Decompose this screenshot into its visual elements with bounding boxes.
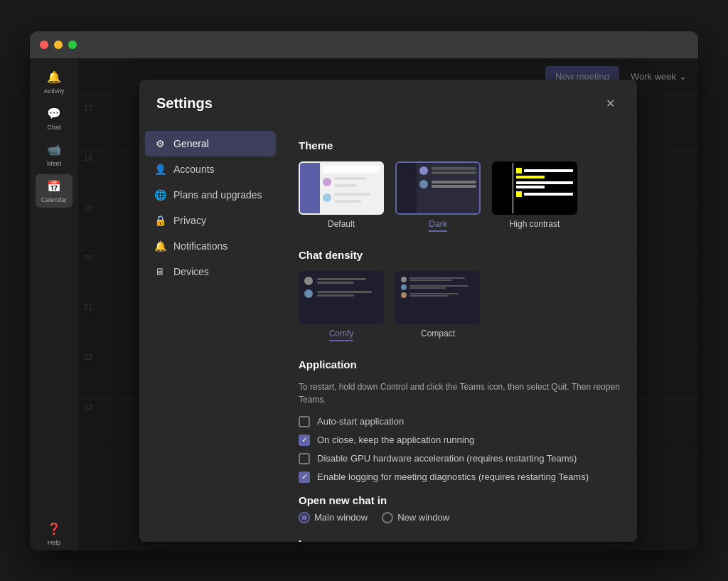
checkbox-label-autostart: Auto-start application <box>317 416 404 427</box>
hc-line-yellow <box>516 176 545 178</box>
checkbox-label-logging: Enable logging for meeting diagnostics (… <box>317 471 589 482</box>
meet-icon: 📹 <box>46 142 62 158</box>
maximize-window-dot[interactable] <box>68 41 77 49</box>
dialog-body: ⚙ General 👤 Accounts 🌐 Plans and upgrade… <box>139 125 637 542</box>
theme-line <box>334 184 357 187</box>
minimize-window-dot[interactable] <box>54 41 63 49</box>
settings-nav-accounts[interactable]: 👤 Accounts <box>145 156 276 182</box>
dialog-header: Settings ✕ <box>139 80 637 125</box>
compact-line <box>410 295 449 297</box>
settings-content: Theme <box>282 125 637 542</box>
open-chat-title: Open new chat in <box>299 494 620 506</box>
hc-line <box>524 169 573 172</box>
hc-icon-sq2 <box>516 191 522 197</box>
compact-line <box>410 285 469 287</box>
radio-row: Main window New window <box>299 512 620 523</box>
settings-nav-devices-label: Devices <box>173 266 209 277</box>
close-dialog-button[interactable]: ✕ <box>600 94 620 114</box>
radio-main-window[interactable]: Main window <box>299 512 368 523</box>
theme-preview-dark <box>395 161 481 215</box>
theme-option-dark[interactable]: Dark <box>395 161 481 232</box>
density-option-comfy[interactable]: Comfy <box>299 271 384 341</box>
settings-nav-general-label: General <box>173 138 209 149</box>
settings-nav-privacy-label: Privacy <box>173 215 206 226</box>
app-content: 🔔 Activity 💬 Chat 📹 Meet 📅 Calendar ❓ He… <box>30 58 698 550</box>
radio-label-main: Main window <box>314 512 368 523</box>
sidebar-label-activity: Activity <box>44 87 65 95</box>
sidebar-item-chat[interactable]: 💬 Chat <box>36 102 73 135</box>
settings-nav-privacy[interactable]: 🔒 Privacy <box>145 208 276 233</box>
theme-avatar-area <box>323 176 380 188</box>
application-section-title: Application <box>299 358 620 371</box>
settings-nav-plans[interactable]: 🌐 Plans and upgrades <box>145 182 276 208</box>
theme-option-hc[interactable]: High contrast <box>492 161 577 232</box>
main-area: New meeting Work week ⌄ 17 18 19 20 21 2… <box>78 58 698 550</box>
theme-preview-hc <box>492 161 577 215</box>
dialog-overlay: Settings ✕ ⚙ General 👤 <box>78 58 698 550</box>
calendar-icon: 📅 <box>46 178 62 194</box>
settings-title: Settings <box>156 95 213 112</box>
checkbox-autostart[interactable] <box>299 416 310 427</box>
checkbox-row-logging: Enable logging for meeting diagnostics (… <box>299 471 620 483</box>
hc-line3 <box>516 186 545 188</box>
settings-dialog: Settings ✕ ⚙ General 👤 <box>139 80 637 542</box>
theme-avatar-area2 <box>323 191 380 204</box>
mac-window: 🔔 Activity 💬 Chat 📹 Meet 📅 Calendar ❓ He… <box>30 31 698 550</box>
checkbox-logging[interactable] <box>299 471 310 483</box>
density-line <box>317 294 354 297</box>
compact-line <box>410 279 452 281</box>
settings-nav-devices[interactable]: 🖥 Devices <box>145 259 276 284</box>
settings-nav: ⚙ General 👤 Accounts 🌐 Plans and upgrade… <box>139 125 282 542</box>
sidebar-item-meet[interactable]: 📹 Meet <box>36 138 73 171</box>
dark-line <box>432 171 476 174</box>
sidebar-item-calendar[interactable]: 📅 Calendar <box>36 174 73 208</box>
theme-line <box>334 177 366 180</box>
theme-preview-default <box>299 161 384 215</box>
settings-nav-general[interactable]: ⚙ General <box>145 131 276 156</box>
radio-btn-new[interactable] <box>382 512 393 523</box>
compact-line <box>410 277 465 279</box>
radio-new-window[interactable]: New window <box>382 512 449 523</box>
theme-grid: Default <box>299 161 620 232</box>
notifications-icon: 🔔 <box>154 240 166 252</box>
theme-line <box>334 200 361 203</box>
radio-btn-main[interactable] <box>299 512 310 523</box>
help-icon: ❓ <box>46 521 62 537</box>
general-icon: ⚙ <box>154 137 166 150</box>
window-controls <box>40 41 77 49</box>
density-row2 <box>304 289 378 298</box>
hc-icon-sq <box>516 168 522 174</box>
open-new-chat-section: Open new chat in Main window New window <box>299 494 620 523</box>
density-line <box>317 291 372 293</box>
sidebar-item-help[interactable]: ❓ Help <box>36 517 73 550</box>
density-lines2 <box>317 291 378 297</box>
hc-content <box>513 163 576 213</box>
theme-label-dark: Dark <box>429 219 446 232</box>
density-preview-comfy <box>299 271 384 324</box>
density-grid: Comfy <box>299 271 620 341</box>
sidebar-label-meet: Meet <box>47 160 61 167</box>
checkbox-keep-running[interactable] <box>299 435 310 446</box>
devices-icon: 🖥 <box>154 265 166 278</box>
theme-line <box>334 193 370 196</box>
density-option-compact[interactable]: Compact <box>395 271 481 341</box>
density-preview-compact <box>395 271 481 324</box>
dark-avatar <box>419 166 428 175</box>
close-window-dot[interactable] <box>40 41 48 49</box>
checkbox-row-keep-running: On close, keep the application running <box>299 435 620 446</box>
dark-line <box>432 181 476 183</box>
plans-icon: 🌐 <box>154 188 166 201</box>
checkbox-disable-gpu[interactable] <box>299 453 310 464</box>
chat-density-section-title: Chat density <box>299 249 620 261</box>
compact-dot <box>401 277 407 282</box>
theme-sidebar <box>300 163 320 213</box>
settings-nav-notifications[interactable]: 🔔 Notifications <box>145 233 276 259</box>
hc-line4 <box>524 193 573 196</box>
hc-icon-row2 <box>516 191 573 197</box>
theme-option-default[interactable]: Default <box>299 161 384 232</box>
sidebar-label-calendar: Calendar <box>41 196 68 203</box>
sidebar-label-chat: Chat <box>47 124 60 131</box>
density-line <box>317 282 354 284</box>
sidebar-item-activity[interactable]: 🔔 Activity <box>36 65 73 99</box>
dark-avatar2 <box>419 180 428 188</box>
